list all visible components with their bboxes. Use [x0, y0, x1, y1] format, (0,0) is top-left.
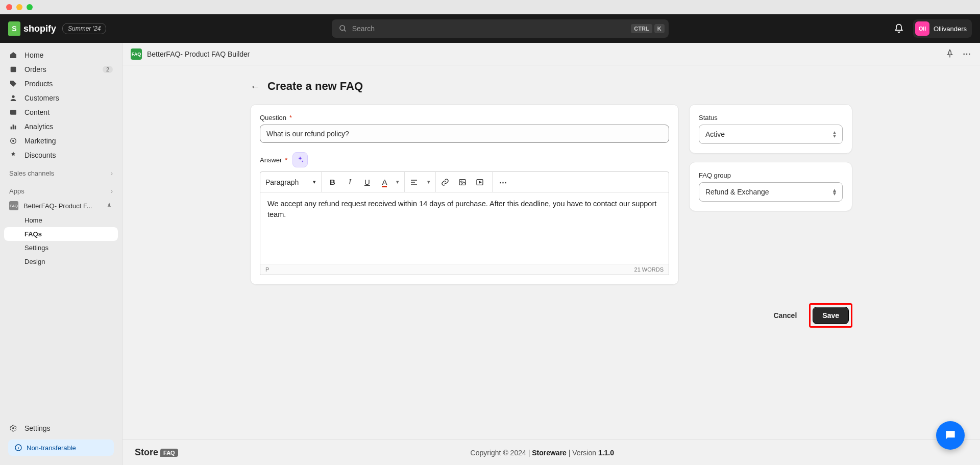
save-button[interactable]: Save: [813, 307, 849, 324]
nav-products-label: Products: [24, 80, 53, 88]
search-icon: [339, 25, 347, 33]
chevron-right-icon: ›: [111, 170, 113, 177]
question-input[interactable]: [260, 125, 669, 143]
app-header: FAQ BetterFAQ- Product FAQ Builder ⋯: [122, 43, 980, 65]
content-icon: [9, 108, 18, 116]
status-card: Status Active ▴▾: [689, 104, 852, 154]
apps-label[interactable]: Apps ›: [4, 180, 118, 198]
top-bar: S shopify Summer '24 Search CTRL K Oll O…: [0, 14, 980, 43]
svg-rect-2: [11, 67, 16, 72]
window-zoom-button[interactable]: [27, 4, 33, 10]
home-icon: [9, 51, 18, 59]
faq-group-select[interactable]: Refund & Exchange ▴▾: [699, 182, 843, 202]
image-button[interactable]: [458, 178, 470, 186]
nav-products[interactable]: Products: [4, 77, 118, 91]
kbd-k: K: [654, 24, 665, 33]
app-sub-settings[interactable]: Settings: [4, 241, 118, 255]
notifications-icon[interactable]: [894, 23, 904, 34]
answer-label: Answer*: [260, 156, 287, 164]
nav-analytics-label: Analytics: [24, 123, 53, 131]
app-footer: Store FAQ Copyright © 2024 | Storeware |…: [122, 439, 980, 465]
app-sub-home[interactable]: Home: [4, 213, 118, 227]
chevron-right-icon: ›: [111, 188, 113, 195]
pin-icon[interactable]: [106, 202, 113, 209]
editor-body[interactable]: We accept any refund request received wi…: [260, 192, 669, 264]
nav-settings-label: Settings: [24, 424, 51, 432]
paragraph-dropdown[interactable]: Paragraph ▾: [265, 178, 316, 186]
svg-point-19: [461, 181, 462, 182]
username: Ollivanders: [934, 25, 967, 33]
user-menu[interactable]: Oll Ollivanders: [913, 19, 972, 38]
top-bar-right: Oll Ollivanders: [894, 19, 972, 38]
nav-home-label: Home: [24, 51, 43, 59]
word-count: 21 WORDS: [634, 266, 664, 273]
nav-settings[interactable]: Settings: [4, 421, 118, 435]
link-button[interactable]: [441, 178, 452, 186]
question-label: Question*: [260, 114, 669, 121]
editor-footer: P 21 WORDS: [260, 264, 669, 275]
non-transferable-banner[interactable]: Non-transferable: [8, 439, 114, 456]
app-betterfaq[interactable]: FAQ BetterFAQ- Product F...: [4, 198, 118, 213]
shopify-logo[interactable]: S shopify: [8, 21, 56, 36]
svg-rect-5: [11, 127, 12, 129]
video-button[interactable]: [476, 178, 487, 186]
select-arrows-icon: ▴▾: [833, 188, 836, 195]
more-icon[interactable]: ⋯: [963, 49, 972, 59]
cancel-button[interactable]: Cancel: [767, 307, 803, 324]
search-placeholder: Search: [352, 25, 631, 33]
underline-button[interactable]: U: [361, 178, 373, 186]
chevron-down-icon: ▾: [313, 179, 316, 185]
nav-customers[interactable]: Customers: [4, 91, 118, 105]
info-icon: [14, 444, 22, 452]
sales-channels-label[interactable]: Sales channels ›: [4, 162, 118, 180]
global-search[interactable]: Search CTRL K: [332, 19, 669, 38]
window-close-button[interactable]: [6, 4, 12, 10]
status-select[interactable]: Active ▴▾: [699, 125, 843, 144]
nav-orders-label: Orders: [24, 65, 46, 74]
pin-header-icon[interactable]: [945, 49, 954, 59]
app-sub-faqs[interactable]: FAQs: [4, 227, 118, 241]
nav-marketing[interactable]: Marketing: [4, 134, 118, 148]
app-header-icon: FAQ: [131, 48, 142, 60]
nav-analytics[interactable]: Analytics: [4, 119, 118, 134]
avatar: Oll: [915, 21, 929, 36]
nav-discounts-label: Discounts: [24, 151, 56, 159]
non-transferable-label: Non-transferable: [27, 444, 76, 452]
app-sub-design[interactable]: Design: [4, 255, 118, 268]
shopify-wordmark: shopify: [23, 23, 56, 34]
editor-toolbar: Paragraph ▾ B I U A ▾: [260, 172, 669, 192]
chevron-down-icon[interactable]: ▾: [396, 179, 399, 185]
svg-point-8: [12, 140, 14, 142]
nav-discounts[interactable]: Discounts: [4, 148, 118, 162]
svg-rect-6: [13, 125, 14, 129]
form-actions: Cancel Save: [250, 303, 852, 328]
customers-icon: [9, 94, 18, 102]
nav-marketing-label: Marketing: [24, 137, 56, 145]
faq-group-card: FAQ group Refund & Exchange ▴▾: [689, 162, 852, 211]
kbd-ctrl: CTRL: [631, 24, 652, 33]
text-color-button[interactable]: A: [379, 178, 390, 186]
content-area: FAQ BetterFAQ- Product FAQ Builder ⋯ ← C…: [122, 43, 980, 465]
window-minimize-button[interactable]: [16, 4, 22, 10]
align-button[interactable]: [410, 178, 421, 186]
search-shortcut: CTRL K: [631, 24, 664, 33]
svg-point-3: [12, 95, 14, 98]
bold-button[interactable]: B: [327, 178, 338, 186]
ai-generate-button[interactable]: [292, 152, 308, 167]
svg-point-10: [12, 427, 14, 429]
chat-fab[interactable]: [936, 421, 965, 450]
nav-orders[interactable]: Orders 2: [4, 62, 118, 77]
question-card: Question* Answer*: [250, 104, 679, 285]
faq-group-value: Refund & Exchange: [705, 188, 769, 196]
orders-badge: 2: [103, 66, 113, 73]
marketing-icon: [9, 137, 18, 145]
status-label: Status: [699, 114, 843, 121]
more-toolbar-button[interactable]: ⋯: [498, 178, 509, 187]
analytics-icon: [9, 123, 18, 131]
back-arrow-icon[interactable]: ←: [250, 81, 260, 92]
chevron-down-icon[interactable]: ▾: [427, 179, 430, 185]
italic-button[interactable]: I: [344, 178, 355, 186]
nav-content[interactable]: Content: [4, 105, 118, 119]
nav-content-label: Content: [24, 108, 50, 116]
nav-home[interactable]: Home: [4, 48, 118, 62]
